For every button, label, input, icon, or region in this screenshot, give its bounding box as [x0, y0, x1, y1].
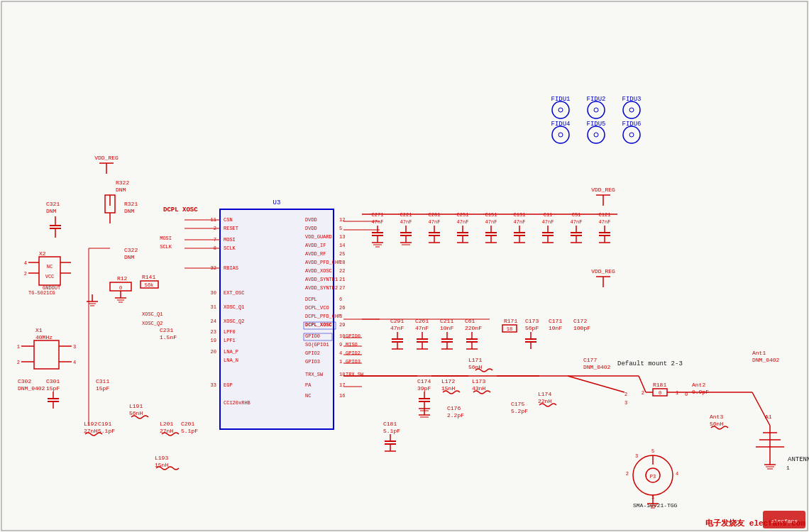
svg-text:56k: 56k — [145, 282, 154, 288]
schematic-svg: FIDU1 FIDU2 FIDU3 FIDU4 FIDU5 FIDU6 — [0, 0, 809, 532]
svg-text:SCLK: SCLK — [224, 245, 236, 251]
svg-text:GPIO2: GPIO2 — [305, 350, 320, 356]
svg-text:EGP: EGP — [224, 382, 233, 388]
svg-text:C174: C174 — [417, 378, 431, 384]
svg-rect-0 — [0, 0, 809, 532]
svg-text:28: 28 — [339, 260, 345, 265]
svg-text:XOSC_Q1: XOSC_Q1 — [224, 304, 244, 310]
svg-text:C131: C131 — [514, 212, 526, 218]
svg-text:C311: C311 — [96, 378, 109, 384]
svg-text:C172: C172 — [573, 318, 587, 324]
svg-text:R141: R141 — [142, 274, 155, 280]
svg-text:VDD_REG: VDD_REG — [591, 187, 615, 193]
svg-text:1: 1 — [339, 359, 342, 365]
svg-text:SCLK: SCLK — [160, 244, 172, 250]
svg-text:56nH: 56nH — [710, 421, 723, 427]
svg-text:DNM_0402: DNM_0402 — [18, 385, 45, 392]
svg-text:C261: C261 — [415, 318, 429, 324]
svg-text:3: 3 — [73, 344, 76, 350]
svg-text:CSN: CSN — [224, 217, 233, 223]
svg-text:C173: C173 — [525, 318, 539, 324]
svg-text:R12: R12 — [117, 275, 128, 282]
svg-text:12: 12 — [339, 217, 345, 223]
svg-text:C175: C175 — [511, 401, 524, 407]
svg-text:DVDD: DVDD — [305, 226, 317, 231]
svg-text:VDD_REG: VDD_REG — [591, 268, 615, 275]
svg-text:DNM: DNM — [46, 208, 57, 214]
svg-text:AVDD_SYNTH1: AVDD_SYNTH1 — [305, 277, 338, 282]
svg-text:6: 6 — [339, 297, 342, 302]
svg-text:14: 14 — [339, 243, 345, 248]
svg-text:29: 29 — [339, 322, 345, 328]
svg-text:C211: C211 — [440, 318, 453, 324]
svg-text:15pF: 15pF — [46, 385, 60, 392]
svg-text:17: 17 — [339, 382, 345, 388]
svg-text:47nF: 47nF — [485, 219, 497, 225]
svg-text:5: 5 — [339, 226, 342, 231]
svg-text:GPIO0: GPIO0 — [346, 333, 361, 339]
svg-text:L192: L192 — [84, 421, 97, 427]
svg-text:GPIO0: GPIO0 — [305, 333, 320, 339]
svg-text:22nH: 22nH — [538, 398, 551, 404]
svg-text:XOSC_Q2: XOSC_Q2 — [224, 318, 244, 324]
svg-text:LPF1: LPF1 — [224, 338, 236, 343]
svg-text:43nH: 43nH — [472, 385, 485, 392]
svg-text:DVDD: DVDD — [305, 217, 317, 223]
svg-text:3: 3 — [339, 314, 342, 319]
svg-text:C51: C51 — [572, 212, 581, 218]
svg-text:MISO: MISO — [346, 342, 358, 348]
svg-text:5: 5 — [651, 448, 654, 454]
svg-text:L173: L173 — [472, 378, 485, 384]
svg-text:C191: C191 — [98, 421, 111, 427]
svg-text:ANTENNA: ANTENNA — [788, 456, 809, 463]
svg-text:GNDOUT: GNDOUT — [43, 285, 60, 291]
svg-text:L172: L172 — [441, 378, 455, 384]
svg-text:47nF: 47nF — [599, 219, 611, 225]
svg-text:RBIAS: RBIAS — [224, 265, 238, 271]
svg-text:FIDU6: FIDU6 — [622, 121, 641, 128]
svg-text:AVDD_IF: AVDD_IF — [305, 243, 326, 248]
svg-text:39pF: 39pF — [417, 385, 431, 392]
svg-text:C271: C271 — [372, 212, 384, 218]
svg-text:C201: C201 — [181, 421, 194, 427]
watermark-brand: 电子发烧友 — [705, 519, 744, 528]
svg-text:FIDU3: FIDU3 — [622, 96, 641, 103]
svg-text:FIDU4: FIDU4 — [551, 121, 570, 128]
svg-text:47nF: 47nF — [415, 325, 429, 331]
svg-text:5.1pF: 5.1pF — [383, 428, 400, 434]
svg-text:XOSC_Q2: XOSC_Q2 — [142, 321, 163, 326]
svg-text:40MHz: 40MHz — [35, 334, 53, 340]
svg-text:TRX_SW: TRX_SW — [346, 372, 364, 377]
svg-text:2: 2 — [24, 271, 27, 277]
svg-text:NC: NC — [47, 264, 53, 270]
svg-text:2.2pF: 2.2pF — [447, 412, 464, 419]
svg-text:C231: C231 — [160, 327, 173, 333]
svg-text:GPIO2: GPIO2 — [346, 350, 361, 356]
svg-text:TRX_SW: TRX_SW — [305, 372, 324, 377]
svg-text:47nF: 47nF — [571, 219, 583, 225]
svg-text:10: 10 — [339, 333, 345, 339]
svg-text:33: 33 — [211, 382, 216, 388]
svg-text:5.1pF: 5.1pF — [98, 428, 115, 434]
svg-text:C177: C177 — [583, 357, 597, 363]
svg-text:220nF: 220nF — [465, 325, 482, 331]
svg-text:1: 1 — [17, 344, 20, 350]
svg-text:C181: C181 — [383, 421, 397, 427]
svg-text:1: 1 — [786, 465, 790, 471]
svg-text:AVDD_XOSC: AVDD_XOSC — [305, 268, 332, 274]
svg-text:C151: C151 — [485, 212, 497, 218]
svg-text:C171: C171 — [549, 318, 562, 324]
svg-text:U3: U3 — [273, 199, 281, 206]
svg-text:4: 4 — [339, 350, 342, 356]
svg-text:47nF: 47nF — [390, 325, 404, 331]
svg-text:FIDU2: FIDU2 — [586, 96, 605, 103]
svg-text:GPIO3: GPIO3 — [305, 359, 320, 365]
svg-text:XOSC_Q1: XOSC_Q1 — [142, 311, 163, 317]
svg-text:X2: X2 — [39, 250, 46, 257]
svg-text:CC120xRHB: CC120xRHB — [224, 400, 251, 406]
svg-text:C322: C322 — [124, 247, 138, 253]
svg-text:FIDU5: FIDU5 — [586, 121, 605, 128]
svg-text:5.2pF: 5.2pF — [511, 408, 528, 414]
svg-text:GPIO3: GPIO3 — [346, 359, 361, 365]
svg-text:VDD_GUARD: VDD_GUARD — [305, 234, 332, 240]
